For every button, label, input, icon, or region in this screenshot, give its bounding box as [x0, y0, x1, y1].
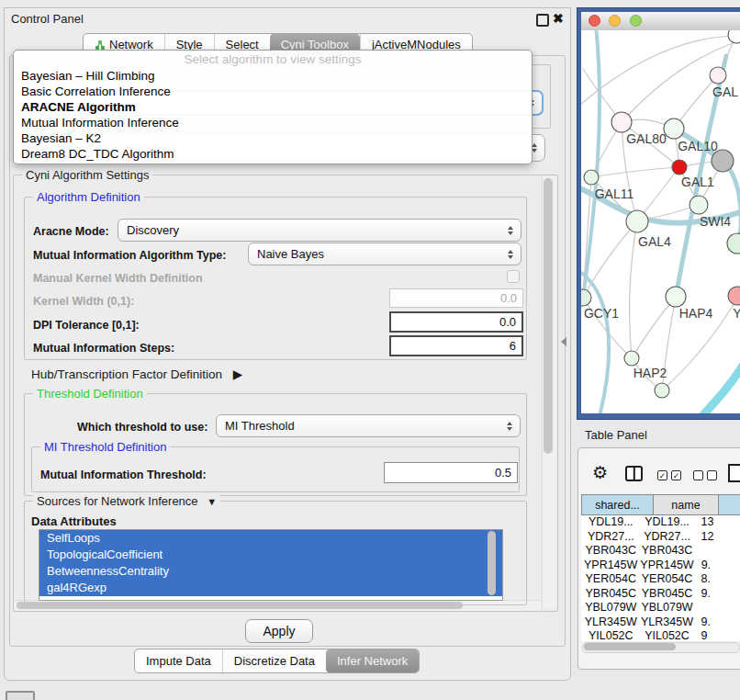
data-attributes-list: SelfLoopsTopologicalCoefficientBetweenne…: [39, 529, 503, 601]
network-node-gal4[interactable]: [626, 210, 648, 232]
table-row[interactable]: YIL052CYIL052C9: [581, 629, 740, 641]
table-row[interactable]: YBL079WYBL079W: [581, 601, 740, 615]
attribute-item-betweennesscentrality[interactable]: BetweennessCentrality: [39, 563, 502, 580]
kernel-width-label: Kernel Width (0,1):: [33, 295, 134, 308]
attribute-item-topologicalcoefficient[interactable]: TopologicalCoefficient: [39, 547, 502, 563]
apply-button-label: Apply: [263, 624, 295, 638]
hub-section-toggle[interactable]: Hub/Transcription Factor Definition ▶: [31, 367, 242, 381]
cell-shared-name: YIL052C: [581, 629, 641, 641]
manual-kernel-checkbox[interactable]: [507, 270, 520, 283]
tab-impute-data[interactable]: Impute Data: [135, 649, 222, 672]
column-header-col2[interactable]: [719, 494, 740, 515]
table-row[interactable]: YPR145WYPR145W9.: [581, 559, 740, 573]
cell-value: 9: [694, 629, 740, 641]
node-label-gal4: GAL4: [638, 234, 671, 249]
apply-button[interactable]: Apply: [245, 619, 313, 643]
chevron-down-icon: ▼: [207, 496, 217, 507]
attribute-item-gal4rgexp[interactable]: gal4RGexp: [39, 580, 502, 596]
cell-name: YER054C: [641, 572, 694, 587]
unchecked-box-icon: [693, 470, 703, 480]
network-node[interactable]: [727, 233, 740, 254]
algorithm-item-bayesian-hill-climbing[interactable]: Bayesian – Hill Climbing: [14, 68, 532, 84]
attribute-item-selfloops[interactable]: SelfLoops: [39, 530, 502, 547]
kernel-width-field[interactable]: 0.0: [389, 288, 523, 308]
cell-shared-name: YBL079W: [581, 601, 641, 615]
deselect-all-columns-icon[interactable]: [693, 470, 717, 480]
algorithm-item-aracne-algorithm[interactable]: ARACNE Algorithm: [14, 99, 532, 115]
export-table-icon[interactable]: [728, 464, 740, 482]
attributes-vscrollbar-thumb[interactable]: [488, 531, 496, 595]
cell-value: 9.: [694, 559, 740, 573]
cell-name: YBR045C: [641, 587, 694, 602]
network-node[interactable]: [728, 30, 740, 43]
data-attributes-label: Data Attributes: [31, 514, 117, 528]
zoom-traffic-light-icon[interactable]: [630, 15, 642, 27]
cell-value: [694, 544, 740, 559]
table-header: shared...name: [581, 494, 740, 515]
splitpane-collapse-icon[interactable]: [561, 337, 566, 346]
float-window-icon[interactable]: [536, 14, 549, 27]
network-node-gal1[interactable]: [672, 160, 687, 175]
mi-type-label: Mutual Information Algorithm Type:: [33, 249, 226, 262]
sources-group-title[interactable]: Sources for Network Inference ▼: [33, 494, 220, 508]
network-node-gal11[interactable]: [584, 170, 599, 185]
table-row[interactable]: YDR27...YDR27...12: [581, 530, 740, 545]
cell-name: YPR145W: [640, 559, 693, 573]
tab-infer-network[interactable]: Infer Network: [326, 649, 419, 672]
network-node-gal10[interactable]: [664, 119, 684, 139]
cell-shared-name: YPR145W: [581, 559, 640, 573]
mi-steps-field[interactable]: 6: [389, 335, 523, 356]
which-threshold-combo[interactable]: MI Threshold: [216, 414, 521, 437]
network-window-titlebar[interactable]: [581, 12, 740, 31]
network-node-gcy1[interactable]: [581, 289, 591, 306]
network-node-gal[interactable]: [710, 67, 726, 84]
table-hscrollbar-thumb[interactable]: [584, 643, 676, 650]
node-label-gal11: GAL11: [595, 186, 634, 201]
network-node[interactable]: [655, 383, 669, 398]
tab-label: Infer Network: [337, 654, 408, 668]
close-icon[interactable]: ✖: [553, 12, 564, 25]
manual-kernel-label: Manual Kernel Width Definition: [33, 272, 203, 285]
aracne-mode-label: Aracne Mode:: [33, 225, 109, 238]
table-row[interactable]: YLR345WYLR345W9.: [581, 615, 740, 630]
algorithm-item-basic-correlation-inference[interactable]: Basic Correlation Inference: [14, 84, 532, 99]
table-row[interactable]: YER054CYER054C8.: [581, 572, 740, 587]
network-edge: [723, 161, 740, 243]
table-panel-title: Table Panel: [585, 428, 647, 442]
minimize-traffic-light-icon[interactable]: [609, 15, 621, 27]
mi-threshold-field[interactable]: 0.5: [384, 462, 518, 483]
column-header-name[interactable]: name: [654, 494, 719, 515]
close-traffic-light-icon[interactable]: [589, 15, 600, 27]
select-all-columns-icon[interactable]: ✓ ✓: [657, 470, 681, 480]
mi-type-combo[interactable]: Naive Bayes: [248, 243, 521, 265]
node-label-swi4: SWI4: [700, 214, 731, 229]
settings-vscrollbar-thumb[interactable]: [544, 178, 553, 454]
network-node-gal80[interactable]: [611, 112, 632, 132]
network-node-hap2[interactable]: [624, 351, 639, 366]
aracne-mode-combo[interactable]: Discovery: [118, 219, 521, 242]
column-header-shared-[interactable]: shared...: [581, 494, 654, 515]
table-row[interactable]: YBR043CYBR043C: [581, 544, 740, 559]
network-graph: GALGAL80GAL10GAL1GAL11SWI4GAL4GCY1HAP4YH…: [581, 30, 740, 413]
table-row[interactable]: YBR045CYBR045C9.: [581, 587, 740, 602]
dpi-tolerance-field[interactable]: 0.0: [389, 311, 523, 333]
combo-spinner-icon: [507, 422, 512, 431]
checked-box-icon: ✓: [671, 470, 681, 480]
network-canvas[interactable]: GALGAL80GAL10GAL1GAL11SWI4GAL4GCY1HAP4YH…: [581, 30, 740, 413]
network-node-y[interactable]: [728, 287, 740, 305]
network-node-swi4[interactable]: [690, 196, 708, 214]
sources-title-text: Sources for Network Inference: [37, 494, 198, 508]
table-row[interactable]: YDL19...YDL19...13: [581, 515, 740, 530]
network-node-hap4[interactable]: [666, 287, 686, 307]
mi-threshold-label: Mutual Information Threshold:: [40, 469, 207, 481]
gear-icon[interactable]: ⚙: [592, 464, 608, 481]
tab-discretize-data[interactable]: Discretize Data: [222, 649, 326, 672]
algorithm-list: Bayesian – Hill ClimbingBasic Correlatio…: [14, 68, 532, 162]
tab-label: Discretize Data: [234, 654, 315, 668]
algorithm-item-mutual-information-inference[interactable]: Mutual Information Inference: [14, 115, 532, 130]
cell-name: YLR345W: [641, 615, 694, 630]
columns-icon[interactable]: [625, 466, 643, 481]
algorithm-item-bayesian-k2[interactable]: Bayesian – K2: [14, 130, 532, 146]
algorithm-item-dream8-dc-tdc-algorithm[interactable]: Dream8 DC_TDC Algorithm: [14, 146, 532, 162]
minimized-panel-button[interactable]: [6, 691, 35, 700]
